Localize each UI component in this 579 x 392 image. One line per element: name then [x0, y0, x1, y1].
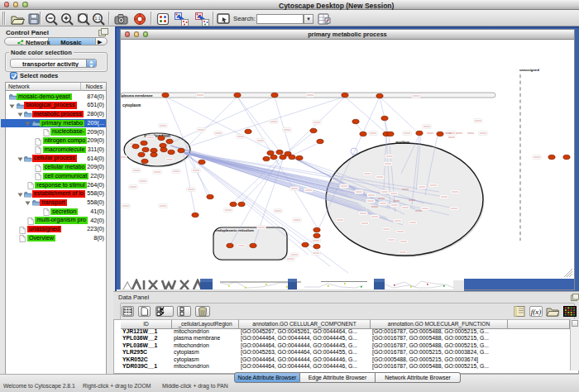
- svg-text:endoplasmic reticulum: endoplasmic reticulum: [215, 228, 254, 232]
- svg-text:nucleus: nucleus: [395, 141, 410, 145]
- svg-text:1:1: 1:1: [95, 16, 101, 21]
- svg-text:cytoplasm: cytoplasm: [122, 103, 141, 108]
- svg-text:plasma membrane: plasma membrane: [122, 93, 153, 98]
- svg-text:unassigned: unassigned: [519, 68, 539, 72]
